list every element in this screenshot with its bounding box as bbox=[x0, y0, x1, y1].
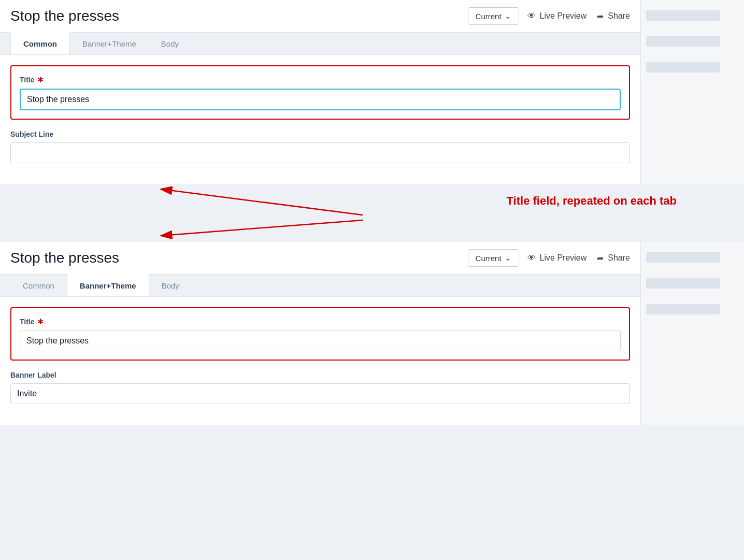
bottom-share-button[interactable]: ➦ Share bbox=[597, 253, 630, 263]
top-panel-content: Title ∗ Subject Line bbox=[0, 55, 640, 184]
subject-label: Subject Line bbox=[10, 130, 630, 138]
title-input-bottom[interactable] bbox=[20, 331, 621, 351]
annotation-arrows bbox=[0, 184, 744, 236]
title-input-top[interactable] bbox=[20, 89, 621, 110]
svg-line-2 bbox=[161, 220, 363, 236]
title-field-section-top: Title ∗ bbox=[10, 65, 630, 120]
right-panel-bottom bbox=[640, 242, 744, 425]
right-stub-1 bbox=[646, 10, 720, 21]
bottom-current-dropdown[interactable]: Current ⌄ bbox=[468, 249, 519, 267]
right-stub-3 bbox=[646, 62, 720, 73]
tab-body-top[interactable]: Body bbox=[149, 33, 191, 54]
banner-label-input[interactable] bbox=[10, 383, 630, 404]
live-preview-label: Live Preview bbox=[540, 11, 587, 21]
share-icon: ➦ bbox=[597, 11, 604, 21]
top-tab-bar: Common Banner+Theme Body bbox=[0, 33, 640, 55]
tab-common-top[interactable]: Common bbox=[10, 32, 70, 54]
page-title: Stop the presses bbox=[10, 8, 460, 24]
title-label-bottom: Title ∗ bbox=[20, 317, 621, 326]
subject-field-section: Subject Line bbox=[10, 130, 630, 163]
tab-common-bottom[interactable]: Common bbox=[10, 275, 67, 296]
chevron-down-icon: ⌄ bbox=[505, 11, 511, 21]
required-star-bottom: ∗ bbox=[37, 317, 44, 326]
current-dropdown[interactable]: Current ⌄ bbox=[468, 7, 519, 25]
banner-label-section: Banner Label bbox=[10, 371, 630, 404]
annotation-text: Title field, repeated on each tab bbox=[507, 194, 677, 208]
required-star-top: ∗ bbox=[37, 75, 44, 84]
tab-banner-theme-bottom[interactable]: Banner+Theme bbox=[67, 274, 149, 296]
tab-body-bottom[interactable]: Body bbox=[149, 275, 192, 296]
subject-input[interactable] bbox=[10, 142, 630, 163]
right-stub-b3 bbox=[646, 304, 720, 314]
bottom-header-actions: 👁 Live Preview ➦ Share bbox=[527, 253, 630, 263]
right-stub-b1 bbox=[646, 252, 720, 263]
bottom-eye-icon: 👁 bbox=[527, 253, 536, 263]
bottom-chevron-icon: ⌄ bbox=[505, 253, 511, 263]
right-panel-top bbox=[640, 0, 744, 184]
bottom-panel-header: Stop the presses Current ⌄ 👁 Live Previe… bbox=[0, 242, 640, 275]
eye-icon: 👁 bbox=[527, 11, 536, 21]
banner-label-label: Banner Label bbox=[10, 371, 630, 379]
bottom-tab-bar: Common Banner+Theme Body bbox=[0, 275, 640, 297]
live-preview-button[interactable]: 👁 Live Preview bbox=[527, 11, 587, 21]
bottom-panel-content: Title ∗ Banner Label bbox=[0, 297, 640, 425]
bottom-section: Stop the presses Current ⌄ 👁 Live Previe… bbox=[0, 242, 744, 425]
tab-banner-theme-top[interactable]: Banner+Theme bbox=[70, 33, 149, 54]
title-field-section-bottom: Title ∗ bbox=[10, 307, 630, 361]
bottom-page-title: Stop the presses bbox=[10, 250, 460, 266]
right-stub-2 bbox=[646, 36, 720, 47]
bottom-live-preview-button[interactable]: 👁 Live Preview bbox=[527, 253, 587, 263]
share-label: Share bbox=[608, 11, 630, 21]
svg-line-1 bbox=[161, 189, 363, 215]
top-panel-header: Stop the presses Current ⌄ 👁 Live Previe… bbox=[0, 0, 640, 33]
bottom-share-icon: ➦ bbox=[597, 253, 604, 263]
annotation-area: Title field, repeated on each tab bbox=[0, 184, 744, 236]
header-actions: 👁 Live Preview ➦ Share bbox=[527, 11, 630, 21]
right-stub-b2 bbox=[646, 278, 720, 289]
title-label-top: Title ∗ bbox=[20, 75, 621, 84]
share-button[interactable]: ➦ Share bbox=[597, 11, 630, 21]
current-label: Current bbox=[476, 12, 502, 21]
